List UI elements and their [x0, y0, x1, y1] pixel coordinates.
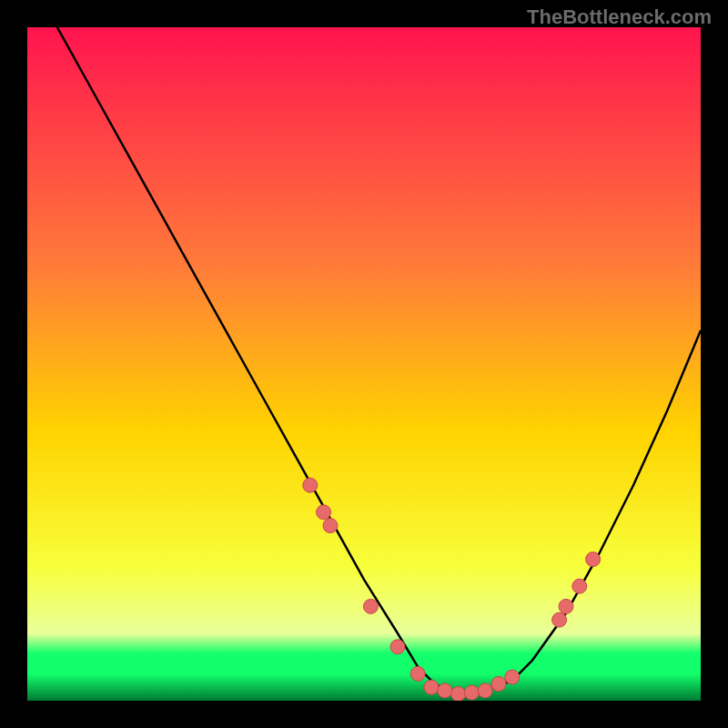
data-marker [303, 478, 318, 492]
data-marker [559, 599, 573, 613]
data-marker [464, 685, 479, 700]
data-marker [451, 687, 466, 701]
data-marker [552, 612, 567, 627]
data-marker [424, 680, 439, 694]
data-marker [586, 552, 601, 567]
bottleneck-chart [27, 27, 701, 701]
data-marker [317, 505, 331, 520]
data-marker [410, 666, 425, 681]
gradient-background [27, 27, 701, 701]
data-marker [491, 677, 506, 692]
data-marker [572, 579, 587, 593]
chart-frame [27, 27, 701, 701]
data-marker [438, 683, 452, 698]
data-marker [478, 683, 492, 698]
data-marker [505, 670, 520, 684]
data-marker [323, 519, 338, 533]
watermark-text: TheBottleneck.com [527, 5, 712, 29]
data-marker [390, 640, 405, 654]
data-marker [363, 599, 378, 613]
